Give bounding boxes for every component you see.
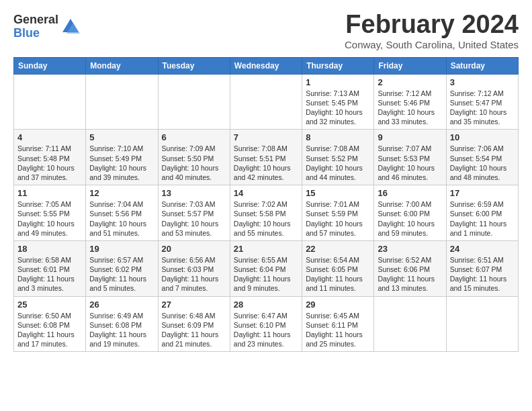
day-info: Sunrise: 7:01 AMSunset: 5:59 PMDaylight:… [306,199,370,238]
day-info: Sunrise: 7:08 AMSunset: 5:51 PMDaylight:… [234,144,298,182]
calendar-cell: 4Sunrise: 7:11 AMSunset: 5:48 PMDaylight… [14,130,86,185]
calendar-cell: 7Sunrise: 7:08 AMSunset: 5:51 PMDaylight… [230,130,302,185]
month-title: February 2024 [345,11,519,39]
day-number: 7 [234,132,298,142]
day-number: 13 [162,188,226,198]
week-row-2: 4Sunrise: 7:11 AMSunset: 5:48 PMDaylight… [14,130,519,185]
day-info: Sunrise: 6:54 AMSunset: 6:05 PMDaylight:… [306,255,370,293]
day-number: 8 [306,132,370,142]
day-number: 29 [306,300,370,310]
calendar-cell: 9Sunrise: 7:07 AMSunset: 5:53 PMDaylight… [374,130,446,185]
day-number: 11 [17,188,82,198]
day-info: Sunrise: 7:11 AMSunset: 5:48 PMDaylight:… [17,144,82,182]
weekday-header-saturday: Saturday [446,57,518,74]
calendar-cell: 25Sunrise: 6:50 AMSunset: 6:08 PMDayligh… [14,296,86,352]
calendar-cell: 5Sunrise: 7:10 AMSunset: 5:49 PMDaylight… [86,130,158,185]
day-info: Sunrise: 6:57 AMSunset: 6:02 PMDaylight:… [89,255,154,293]
week-row-4: 18Sunrise: 6:58 AMSunset: 6:01 PMDayligh… [14,240,519,296]
calendar-cell: 12Sunrise: 7:04 AMSunset: 5:56 PMDayligh… [86,185,158,241]
title-area: February 2024 Conway, South Carolina, Un… [345,11,519,50]
day-info: Sunrise: 6:59 AMSunset: 6:00 PMDaylight:… [450,199,515,238]
weekday-header-sunday: Sunday [14,57,86,74]
day-info: Sunrise: 7:12 AMSunset: 5:46 PMDaylight:… [378,89,442,127]
calendar-cell: 18Sunrise: 6:58 AMSunset: 6:01 PMDayligh… [14,240,86,296]
day-number: 16 [378,188,442,198]
calendar-cell: 20Sunrise: 6:56 AMSunset: 6:03 PMDayligh… [158,240,230,296]
calendar-cell: 24Sunrise: 6:51 AMSunset: 6:07 PMDayligh… [446,240,518,296]
calendar-cell: 26Sunrise: 6:49 AMSunset: 6:08 PMDayligh… [86,296,158,352]
calendar-cell: 17Sunrise: 6:59 AMSunset: 6:00 PMDayligh… [446,185,518,241]
day-info: Sunrise: 6:45 AMSunset: 6:11 PMDaylight:… [306,311,370,349]
calendar-cell: 11Sunrise: 7:05 AMSunset: 5:55 PMDayligh… [14,185,86,241]
calendar-cell [14,74,86,130]
day-number: 23 [378,244,442,254]
calendar-cell: 15Sunrise: 7:01 AMSunset: 5:59 PMDayligh… [302,185,374,241]
day-number: 3 [450,77,515,87]
day-number: 19 [89,244,154,254]
day-number: 25 [17,300,82,310]
logo: General Blue [13,13,80,40]
day-number: 20 [162,244,226,254]
calendar-cell: 1Sunrise: 7:13 AMSunset: 5:45 PMDaylight… [302,74,374,130]
day-number: 14 [234,188,298,198]
day-number: 18 [17,244,82,254]
calendar-cell: 2Sunrise: 7:12 AMSunset: 5:46 PMDaylight… [374,74,446,130]
weekday-header-friday: Friday [374,57,446,74]
weekday-header-monday: Monday [86,57,158,74]
day-info: Sunrise: 7:05 AMSunset: 5:55 PMDaylight:… [17,199,82,238]
location-title: Conway, South Carolina, United States [345,39,519,50]
logo-icon [61,17,80,36]
calendar-cell: 19Sunrise: 6:57 AMSunset: 6:02 PMDayligh… [86,240,158,296]
day-number: 17 [450,188,515,198]
week-row-1: 1Sunrise: 7:13 AMSunset: 5:45 PMDaylight… [14,74,519,130]
day-number: 27 [162,300,226,310]
logo-general-text: General [13,13,58,27]
day-info: Sunrise: 7:13 AMSunset: 5:45 PMDaylight:… [306,89,370,127]
day-info: Sunrise: 6:49 AMSunset: 6:08 PMDaylight:… [89,311,154,349]
day-info: Sunrise: 6:50 AMSunset: 6:08 PMDaylight:… [17,311,82,349]
day-info: Sunrise: 7:12 AMSunset: 5:47 PMDaylight:… [450,89,515,127]
day-info: Sunrise: 6:56 AMSunset: 6:03 PMDaylight:… [162,255,226,293]
day-info: Sunrise: 6:47 AMSunset: 6:10 PMDaylight:… [234,311,298,349]
day-info: Sunrise: 7:04 AMSunset: 5:56 PMDaylight:… [89,199,154,238]
day-info: Sunrise: 7:06 AMSunset: 5:54 PMDaylight:… [450,144,515,182]
day-info: Sunrise: 7:00 AMSunset: 6:00 PMDaylight:… [378,199,442,238]
calendar-cell [86,74,158,130]
day-info: Sunrise: 6:48 AMSunset: 6:09 PMDaylight:… [162,311,226,349]
header: General Blue February 2024 Conway, South… [13,11,519,50]
calendar-cell: 16Sunrise: 7:00 AMSunset: 6:00 PMDayligh… [374,185,446,241]
calendar-cell: 23Sunrise: 6:52 AMSunset: 6:06 PMDayligh… [374,240,446,296]
day-info: Sunrise: 6:58 AMSunset: 6:01 PMDaylight:… [17,255,82,293]
weekday-header-thursday: Thursday [302,57,374,74]
calendar-cell: 29Sunrise: 6:45 AMSunset: 6:11 PMDayligh… [302,296,374,352]
day-info: Sunrise: 7:10 AMSunset: 5:49 PMDaylight:… [89,144,154,182]
day-number: 1 [306,77,370,87]
day-number: 6 [162,132,226,142]
day-number: 9 [378,132,442,142]
day-number: 4 [17,132,82,142]
calendar-cell: 21Sunrise: 6:55 AMSunset: 6:04 PMDayligh… [230,240,302,296]
day-number: 10 [450,132,515,142]
day-info: Sunrise: 7:08 AMSunset: 5:52 PMDaylight:… [306,144,370,182]
day-number: 22 [306,244,370,254]
day-info: Sunrise: 7:09 AMSunset: 5:50 PMDaylight:… [162,144,226,182]
day-number: 21 [234,244,298,254]
day-number: 24 [450,244,515,254]
calendar-cell: 10Sunrise: 7:06 AMSunset: 5:54 PMDayligh… [446,130,518,185]
day-info: Sunrise: 6:52 AMSunset: 6:06 PMDaylight:… [378,255,442,293]
day-info: Sunrise: 7:03 AMSunset: 5:57 PMDaylight:… [162,199,226,238]
calendar-cell [158,74,230,130]
day-number: 26 [89,300,154,310]
calendar-cell: 6Sunrise: 7:09 AMSunset: 5:50 PMDaylight… [158,130,230,185]
calendar-cell: 28Sunrise: 6:47 AMSunset: 6:10 PMDayligh… [230,296,302,352]
calendar-cell [446,296,518,352]
day-number: 12 [89,188,154,198]
day-info: Sunrise: 7:07 AMSunset: 5:53 PMDaylight:… [378,144,442,182]
day-number: 2 [378,77,442,87]
calendar-cell: 8Sunrise: 7:08 AMSunset: 5:52 PMDaylight… [302,130,374,185]
calendar-cell: 27Sunrise: 6:48 AMSunset: 6:09 PMDayligh… [158,296,230,352]
calendar-cell: 14Sunrise: 7:02 AMSunset: 5:58 PMDayligh… [230,185,302,241]
week-row-3: 11Sunrise: 7:05 AMSunset: 5:55 PMDayligh… [14,185,519,241]
weekday-header-tuesday: Tuesday [158,57,230,74]
calendar-cell [230,74,302,130]
